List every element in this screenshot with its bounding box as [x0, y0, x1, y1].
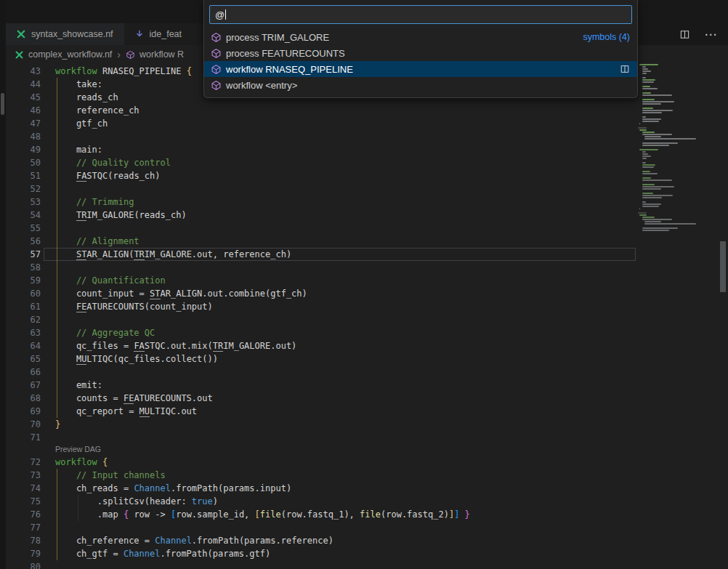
minimap-line — [638, 175, 699, 177]
code-line[interactable]: 59 // Quantification — [6, 274, 636, 287]
code-line[interactable]: 72workflow { — [6, 456, 636, 469]
code-line[interactable]: 55 — [6, 222, 636, 235]
code-line[interactable]: 58 — [6, 261, 636, 274]
minimap-line — [642, 77, 646, 78]
scrollbar-thumb[interactable] — [720, 241, 726, 292]
tab-syntax-showcase[interactable]: syntax_showcase.nf — [6, 23, 124, 45]
code-line[interactable]: 75 .splitCsv(header: true) — [6, 495, 636, 508]
line-number: 70 — [6, 418, 41, 431]
codelens-link[interactable]: Preview DAG — [6, 444, 636, 456]
code-line[interactable]: 69 qc_report = MULTIQC.out — [6, 405, 636, 418]
code-line[interactable]: 78 ch_reference = Channel.fromPath(param… — [6, 534, 636, 547]
code-line[interactable]: 71 — [6, 431, 636, 444]
code-line[interactable]: 65 MULTIQC(qc_files.collect()) — [6, 352, 636, 366]
nextflow-icon — [15, 50, 24, 60]
code-line[interactable]: 46 reference_ch — [6, 104, 636, 117]
code-line[interactable]: 62 — [6, 313, 636, 326]
code-line[interactable]: 61 FEATURECOUNTS(count_input) — [6, 300, 636, 313]
code-line[interactable]: 70} — [6, 418, 636, 431]
code-text: // Quantification — [44, 274, 636, 287]
line-number: 47 — [6, 117, 41, 130]
code-line[interactable]: 52 — [6, 182, 636, 195]
code-line[interactable]: 74 ch_reads = Channel.fromPath(params.in… — [6, 482, 636, 495]
minimap-line — [642, 206, 659, 207]
code-line[interactable]: 76 .map { row -> [row.sample_id, [file(r… — [6, 508, 636, 521]
code-line[interactable]: 56 // Alignment — [6, 235, 636, 248]
indent-guide — [57, 339, 57, 352]
code-line[interactable]: 73 // Input channels — [6, 469, 636, 482]
minimap-line — [642, 153, 648, 155]
tab-label: syntax_showcase.nf — [31, 29, 113, 39]
minimap-line — [642, 66, 646, 68]
line-number: 63 — [6, 326, 41, 339]
code-line[interactable]: 53 // Trimming — [6, 195, 636, 209]
code-text — [44, 222, 636, 235]
code-line[interactable]: 60 count_input = STAR_ALIGN.out.combine(… — [6, 287, 636, 300]
code-line[interactable]: 50 // Quality control — [6, 156, 636, 169]
indent-guide — [57, 78, 57, 91]
line-number: 74 — [6, 482, 41, 495]
indent-guide — [78, 508, 78, 521]
indent-guide — [57, 156, 57, 169]
minimap-line — [642, 195, 673, 196]
line-number: 43 — [6, 65, 41, 78]
code-text — [44, 521, 636, 534]
code-text: qc_files = FASTQC.out.mix(TRIM_GALORE.ou… — [44, 339, 636, 352]
more-actions-button[interactable]: ⋯ — [703, 27, 718, 41]
indent-guide — [57, 235, 57, 248]
code-line[interactable]: 79 ch_gtf = Channel.fromPath(params.gtf) — [6, 547, 636, 560]
code-line[interactable]: 57 STAR_ALIGN(TRIM_GALORE.out, reference… — [6, 248, 636, 261]
code-line[interactable]: 51 FASTQC(reads_ch) — [6, 169, 636, 182]
code-line[interactable]: 48 — [6, 130, 636, 143]
code-line[interactable]: 80 — [6, 560, 636, 569]
minimap-line — [642, 99, 655, 100]
code-line[interactable]: 68 counts = FEATURECOUNTS.out — [6, 392, 636, 405]
breadcrumb-file[interactable]: complex_workflow.nf — [28, 49, 112, 60]
code-text: // Input channels — [44, 469, 636, 482]
quickpick-item[interactable]: process FEATURECOUNTS — [204, 45, 637, 61]
minimap-line — [642, 162, 646, 164]
quickpick-item[interactable]: workflow RNASEQ_PIPELINE — [204, 61, 637, 77]
code-line[interactable]: 54 TRIM_GALORE(reads_ch) — [6, 209, 636, 222]
chevron-right-icon: › — [117, 49, 121, 60]
minimap-line — [642, 81, 654, 83]
breadcrumb-symbol[interactable]: workflow R — [139, 49, 184, 60]
minimap-line — [638, 105, 699, 107]
open-to-side-button[interactable] — [620, 64, 630, 74]
line-number: 64 — [6, 339, 41, 352]
indent-guide — [57, 248, 57, 261]
scrollbar[interactable] — [718, 64, 728, 569]
code-text — [44, 313, 636, 326]
code-line[interactable]: 49 main: — [6, 143, 636, 156]
minimap-line — [638, 97, 699, 98]
minimap-line — [642, 177, 651, 179]
split-editor-button[interactable] — [677, 27, 692, 41]
quick-open-input[interactable]: @ — [209, 5, 632, 24]
minimap-line — [642, 116, 646, 118]
minimap-line — [642, 92, 651, 94]
code-text: FASTQC(reads_ch) — [44, 169, 636, 182]
quickpick-list: process TRIM_GALORE symbols (4) process … — [204, 26, 637, 97]
code-line[interactable]: 66 — [6, 366, 636, 379]
code-text — [44, 130, 636, 143]
minimap-line — [642, 94, 672, 96]
code-line[interactable]: 64 qc_files = FASTQC.out.mix(TRIM_GALORE… — [6, 339, 636, 352]
quickpick-item[interactable]: process TRIM_GALORE symbols (4) — [204, 29, 637, 45]
code-line[interactable]: 63 // Aggregate QC — [6, 326, 636, 339]
code-text: emit: — [44, 379, 636, 392]
code-line[interactable]: 67 emit: — [6, 379, 636, 392]
line-number: 57 — [6, 248, 41, 261]
indent-guide — [57, 366, 57, 379]
indent-guide — [57, 287, 57, 300]
minimap-line — [642, 118, 661, 120]
code-text — [44, 366, 636, 379]
line-number: 69 — [6, 405, 41, 418]
code-line[interactable]: 77 — [6, 521, 636, 534]
quickpick-item[interactable]: workflow <entry> — [204, 77, 637, 93]
code-text: workflow { — [44, 456, 636, 469]
minimap-line — [642, 73, 647, 74]
minimap[interactable] — [638, 64, 699, 234]
code-line[interactable]: 47 gtf_ch — [6, 117, 636, 130]
tab-label: ide_feat — [150, 29, 182, 39]
code-text — [44, 560, 636, 569]
